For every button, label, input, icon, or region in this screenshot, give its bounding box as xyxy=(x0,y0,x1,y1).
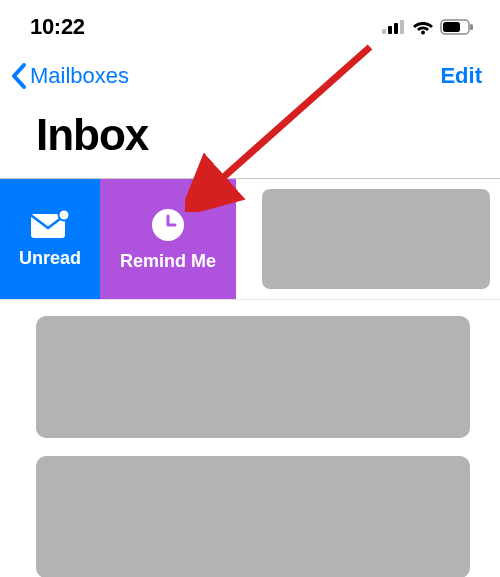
clock-icon xyxy=(150,207,186,243)
svg-rect-6 xyxy=(443,22,460,32)
back-label: Mailboxes xyxy=(30,63,129,89)
envelope-icon xyxy=(29,210,71,240)
status-icons xyxy=(382,19,474,35)
svg-rect-3 xyxy=(400,20,404,34)
cellular-icon xyxy=(382,20,406,34)
page-title: Inbox xyxy=(0,96,500,178)
chevron-left-icon xyxy=(10,62,28,90)
list-item[interactable] xyxy=(36,316,470,438)
status-bar: 10:22 xyxy=(0,0,500,50)
svg-rect-2 xyxy=(394,23,398,34)
svg-point-4 xyxy=(421,31,425,35)
edit-button[interactable]: Edit xyxy=(440,63,482,89)
message-list[interactable] xyxy=(0,300,500,577)
svg-point-9 xyxy=(59,210,70,221)
unread-label: Unread xyxy=(19,248,81,269)
battery-icon xyxy=(440,19,474,35)
back-button[interactable]: Mailboxes xyxy=(10,62,129,90)
remind-me-button[interactable]: Remind Me xyxy=(100,179,236,299)
message-content-placeholder xyxy=(262,189,490,289)
swiped-message-row[interactable]: Unread Remind Me xyxy=(0,178,500,300)
nav-header: Mailboxes Edit xyxy=(0,50,500,96)
list-item[interactable] xyxy=(36,456,470,577)
wifi-icon xyxy=(412,19,434,35)
svg-rect-7 xyxy=(470,24,473,30)
mark-unread-button[interactable]: Unread xyxy=(0,179,100,299)
remind-label: Remind Me xyxy=(120,251,216,272)
svg-rect-1 xyxy=(388,26,392,34)
message-preview-area[interactable] xyxy=(236,179,500,299)
status-time: 10:22 xyxy=(30,14,85,40)
svg-rect-0 xyxy=(382,29,386,34)
